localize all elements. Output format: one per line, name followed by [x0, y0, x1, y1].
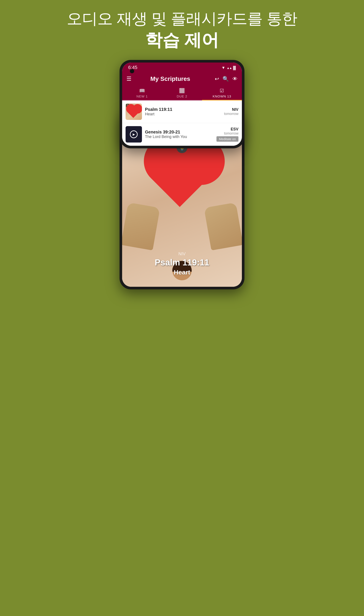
- big-heart: [145, 149, 219, 213]
- scripture-item-1[interactable]: 1 Psalm 119:11 Heart NIV tomorrow: [122, 100, 242, 123]
- tab-due[interactable]: ⬜ DUE 2: [162, 86, 202, 100]
- tab-new[interactable]: 📖 NEW 1: [122, 86, 162, 100]
- scripture-info-1: Psalm 119:11 Heart: [145, 107, 221, 116]
- status-bar-1: 6:45: [122, 63, 242, 72]
- tab-known[interactable]: ☑ KNOWN 13: [202, 86, 242, 100]
- scripture-meta-2: ESV tomorrow Meditate on: [216, 127, 238, 142]
- scripture-version-1: NIV: [224, 107, 238, 112]
- new-tab-icon: 📖: [139, 88, 145, 94]
- tabs-bar: 📖 NEW 1 ⬜ DUE 2 ☑ KNOWN 13: [122, 86, 242, 100]
- due-tab-label: DUE 2: [177, 95, 187, 98]
- scripture-list: 1 Psalm 119:11 Heart NIV tomorrow: [122, 100, 242, 146]
- scripture-due-1: tomorrow: [224, 112, 238, 116]
- flashcard-ref: Psalm 119:11: [122, 258, 242, 267]
- scripture-thumb-1: 1: [126, 104, 142, 120]
- flashcard-topic: Heart: [122, 269, 242, 276]
- nav-icons-1: ↩ 🔍 👁: [215, 76, 238, 82]
- header-line1: 오디오 재생 및 플래시카드를 통한: [67, 9, 297, 29]
- known-tab-icon: ☑: [220, 88, 224, 94]
- play-circle-icon: ▶: [130, 130, 138, 138]
- flashcard-background: 💡: [122, 136, 242, 287]
- nav-bar-1: ☰ My Scriptures ↩ 🔍 👁: [122, 72, 242, 86]
- wifi-icon: [221, 65, 225, 70]
- scripture-meta-1: NIV tomorrow: [224, 107, 238, 116]
- flashcard-version: NIV: [122, 251, 242, 256]
- scripture-topic-1: Heart: [145, 112, 221, 116]
- scripture-due-2: tomorrow: [216, 132, 238, 136]
- app-title-1: My Scriptures: [128, 75, 213, 82]
- eye-icon[interactable]: 👁: [232, 76, 238, 82]
- scripture-ref-2: Genesis 39:20-21: [145, 130, 213, 135]
- phone-1-screen: 6:45 ☰ My Scriptures ↩ 🔍 👁: [122, 63, 242, 146]
- meditate-badge: Meditate on: [216, 136, 238, 142]
- status-icons-1: [221, 65, 236, 70]
- heart-thumb-icon: [128, 105, 140, 118]
- known-tab-label: KNOWN 13: [213, 95, 231, 98]
- camera-notch: [130, 69, 134, 73]
- phone-1: 6:45 ☰ My Scriptures ↩ 🔍 👁: [119, 60, 245, 148]
- phones-container: 6:45 ☰ My Scriptures ↩ 🔍 👁: [4, 60, 360, 289]
- new-tab-label: NEW 1: [136, 95, 148, 98]
- signal-icon: [227, 65, 232, 70]
- scripture-info-2: Genesis 39:20-21 The Lord Being with You: [145, 130, 213, 139]
- heart-shape: [151, 144, 213, 207]
- header-line2: 학습 제어: [67, 29, 297, 51]
- search-icon[interactable]: 🔍: [222, 76, 229, 82]
- scripture-version-2: ESV: [216, 127, 238, 132]
- right-hand: [204, 202, 242, 250]
- page-header: 오디오 재생 및 플래시카드를 통한 학습 제어: [67, 9, 297, 51]
- flashcard-text: NIV Psalm 119:11 Heart: [122, 251, 242, 276]
- battery-icon: [233, 65, 236, 70]
- scripture-ref-1: Psalm 119:11: [145, 107, 221, 112]
- left-hand: [122, 202, 160, 250]
- due-tab-icon: ⬜: [179, 88, 185, 94]
- scripture-thumb-2: ▶: [126, 126, 142, 142]
- flashcard-area: 💡: [122, 136, 242, 287]
- scripture-item-2[interactable]: ▶ Genesis 39:20-21 The Lord Being with Y…: [122, 123, 242, 146]
- undo-icon[interactable]: ↩: [215, 76, 219, 82]
- scripture-topic-2: The Lord Being with You: [145, 135, 213, 139]
